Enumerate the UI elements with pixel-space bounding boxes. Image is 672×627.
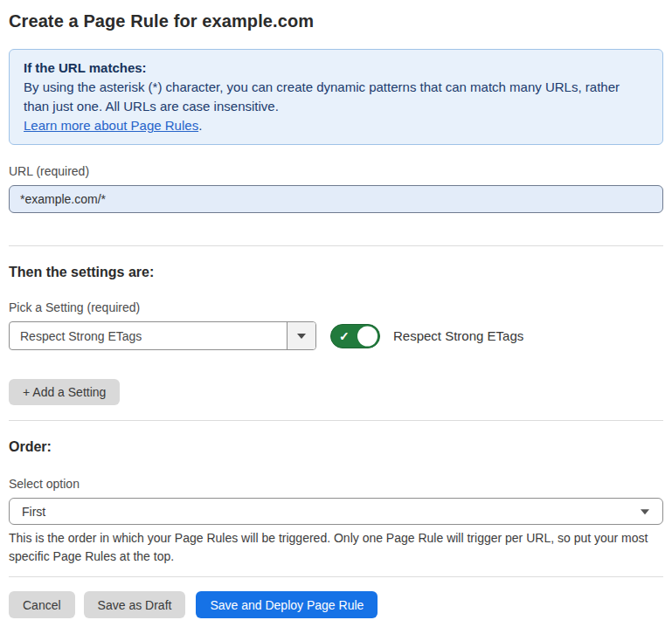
- pick-setting-label: Pick a Setting (required): [9, 300, 663, 314]
- order-select-label: Select option: [9, 477, 663, 491]
- url-input[interactable]: [9, 185, 663, 213]
- page-title: Create a Page Rule for example.com: [9, 11, 663, 31]
- order-help-text: This is the order in which your Page Rul…: [9, 529, 663, 566]
- setting-toggle[interactable]: ✓: [330, 324, 380, 348]
- info-box-link-line: Learn more about Page Rules.: [24, 116, 648, 135]
- order-select[interactable]: First: [9, 498, 663, 525]
- toggle-knob: [357, 326, 378, 346]
- info-box-heading: If the URL matches:: [24, 59, 648, 78]
- actions-row: Cancel Save as Draft Save and Deploy Pag…: [9, 591, 663, 618]
- learn-more-link[interactable]: Learn more about Page Rules: [24, 118, 198, 133]
- cancel-button[interactable]: Cancel: [9, 591, 75, 618]
- section-divider: [9, 245, 663, 246]
- caret-down-icon: [641, 509, 649, 514]
- toggle-label: Respect Strong ETags: [393, 328, 523, 343]
- add-setting-button[interactable]: + Add a Setting: [9, 379, 120, 405]
- create-page-rule-panel: Create a Page Rule for example.com If th…: [0, 0, 672, 627]
- url-match-info-box: If the URL matches: By using the asteris…: [9, 49, 663, 145]
- setting-select-arrow-segment[interactable]: [287, 322, 315, 349]
- order-select-value: First: [22, 505, 45, 519]
- settings-section-heading: Then the settings are:: [9, 265, 663, 280]
- save-as-draft-button[interactable]: Save as Draft: [84, 591, 186, 618]
- check-icon: ✓: [339, 329, 350, 341]
- url-field-label: URL (required): [9, 164, 663, 178]
- actions-divider: [9, 576, 663, 577]
- setting-select-value: Respect Strong ETags: [10, 322, 287, 349]
- info-box-body: By using the asterisk (*) character, you…: [24, 78, 648, 116]
- order-section-heading: Order:: [9, 439, 663, 455]
- section-divider: [9, 420, 663, 421]
- link-suffix: .: [198, 118, 202, 133]
- setting-row: Respect Strong ETags ✓ Respect Strong ET…: [9, 321, 663, 350]
- setting-select[interactable]: Respect Strong ETags: [9, 321, 316, 350]
- save-and-deploy-button[interactable]: Save and Deploy Page Rule: [196, 591, 378, 618]
- caret-down-icon: [297, 334, 306, 339]
